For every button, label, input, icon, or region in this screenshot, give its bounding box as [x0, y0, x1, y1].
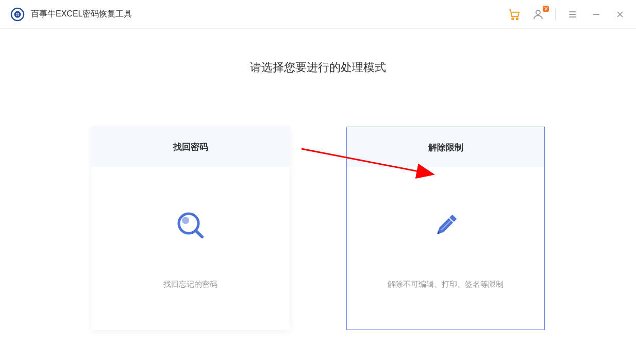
- svg-rect-5: [18, 14, 19, 15]
- svg-line-17: [196, 231, 202, 237]
- card-title: 找回密码: [91, 127, 290, 167]
- profile-icon[interactable]: V: [531, 8, 545, 21]
- titlebar-right: V: [508, 8, 627, 21]
- titlebar-left: 百事牛EXCEL密码恢复工具: [10, 7, 132, 22]
- svg-rect-3: [18, 13, 19, 14]
- svg-point-7: [516, 18, 518, 20]
- svg-rect-4: [16, 14, 18, 15]
- card-remove-restriction[interactable]: 解除限制 解除不可编辑、打印、签名等限制: [346, 127, 545, 330]
- svg-rect-2: [16, 13, 18, 14]
- svg-point-16: [182, 217, 189, 224]
- card-desc: 解除不可编辑、打印、签名等限制: [388, 280, 504, 289]
- svg-point-6: [512, 18, 513, 20]
- minimize-button[interactable]: [590, 8, 603, 21]
- menu-icon[interactable]: [566, 8, 579, 21]
- app-logo-icon: [10, 7, 25, 22]
- titlebar: 百事牛EXCEL密码恢复工具 V: [0, 0, 636, 29]
- svg-point-1: [14, 11, 21, 18]
- card-body: 找回忘记的密码: [91, 167, 290, 330]
- magnifier-icon: [173, 207, 209, 244]
- card-recover-password[interactable]: 找回密码 找回忘记的密码: [91, 127, 290, 330]
- card-body: 解除不可编辑、打印、签名等限制: [347, 167, 544, 330]
- mode-cards: 找回密码 找回忘记的密码 解除限制: [91, 127, 545, 330]
- pencil-icon: [428, 207, 464, 244]
- divider: [555, 9, 556, 20]
- main-content: 请选择您要进行的处理模式 找回密码 找回忘记的密码 解除限制: [0, 29, 636, 330]
- card-title: 解除限制: [347, 127, 544, 167]
- svg-point-8: [536, 10, 540, 14]
- cart-icon[interactable]: [508, 8, 521, 21]
- app-title: 百事牛EXCEL密码恢复工具: [31, 9, 132, 20]
- card-desc: 找回忘记的密码: [163, 280, 217, 289]
- page-heading: 请选择您要进行的处理模式: [250, 60, 386, 75]
- close-button[interactable]: [613, 8, 627, 21]
- vip-badge-icon: V: [543, 6, 549, 12]
